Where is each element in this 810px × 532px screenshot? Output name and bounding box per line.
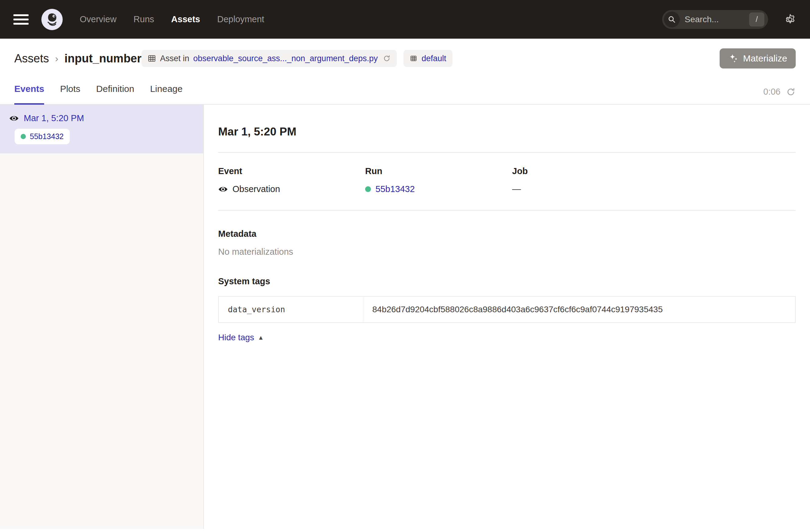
refresh-countdown: 0:06 [763,87,780,97]
job-empty-value: — [512,184,521,194]
nav-link-overview[interactable]: Overview [80,14,116,25]
slash-shortcut-key: / [749,13,764,27]
tag-key-cell: data_version [218,296,363,323]
asset-tabs: Events Plots Definition Lineage 0:06 [0,76,810,105]
divider [218,210,796,211]
hamburger-menu-icon[interactable] [13,13,31,26]
event-list-item[interactable]: Mar 1, 5:20 PM 55b13432 [0,105,203,154]
tab-lineage[interactable]: Lineage [150,76,182,105]
system-tags-table: data_version 84b26d7d9204cbf588026c8a988… [218,296,796,323]
tab-plots[interactable]: Plots [60,76,80,105]
event-title: Mar 1, 5:20 PM [218,125,796,138]
search-input[interactable] [685,15,749,25]
job-column-label: Job [512,166,659,176]
system-tags-heading: System tags [218,276,796,286]
event-column: Event Observation [218,166,365,194]
asset-definition-pill: Asset in observable_source_ass..._non_ar… [142,50,397,67]
observation-eye-icon [218,184,228,194]
run-column-label: Run [365,166,512,176]
reload-icon [383,54,391,62]
event-list-sidebar: Mar 1, 5:20 PM 55b13432 [0,105,204,529]
materialize-label: Materialize [743,53,787,64]
caret-up-icon: ▲ [258,334,264,341]
search-icon [664,12,680,27]
run-id-label: 55b13432 [30,132,64,141]
materialize-button[interactable]: Materialize [719,48,796,68]
event-column-label: Event [218,166,365,176]
breadcrumb-assets-link[interactable]: Assets [14,52,49,65]
job-column: Job — [512,166,659,194]
run-column: Run 55b13432 [365,166,512,194]
asset-in-label: Asset in [160,54,189,63]
octopus-logo-icon [45,12,59,27]
table-grid-icon [148,54,156,63]
run-success-dot [21,134,26,139]
run-success-dot [365,186,371,192]
top-nav: Overview Runs Assets Deployment / [0,0,810,39]
content-area: Mar 1, 5:20 PM 55b13432 Mar 1, 5:20 PM E… [0,105,810,529]
event-date-link: Mar 1, 5:20 PM [24,113,84,123]
breadcrumb-separator: › [55,53,59,64]
table-row: data_version 84b26d7d9204cbf588026c8a988… [218,296,795,323]
asset-group-pill: default [404,50,452,67]
event-detail-panel: Mar 1, 5:20 PM Event Observation Run [204,105,810,529]
dagster-logo[interactable] [42,9,63,30]
asset-group-icon [409,54,418,62]
nav-links: Overview Runs Assets Deployment [80,14,264,25]
breadcrumb: Assets › input_number [14,52,142,65]
run-id-chip[interactable]: 55b13432 [15,129,70,144]
nav-link-runs[interactable]: Runs [133,14,154,25]
settings-button[interactable] [784,13,797,26]
reload-definition-button[interactable] [383,54,391,62]
asset-file-link[interactable]: observable_source_ass..._non_argument_de… [193,54,378,63]
run-id-link[interactable]: 55b13432 [375,184,415,194]
tab-events[interactable]: Events [14,76,44,105]
divider [218,152,796,153]
hide-tags-link[interactable]: Hide tags ▲ [218,333,264,342]
metadata-heading: Metadata [218,229,796,239]
tab-definition[interactable]: Definition [96,76,134,105]
page-header: Assets › input_number Asset in observabl… [0,39,810,76]
metadata-empty-text: No materializations [218,247,796,257]
gear-icon [784,13,797,26]
tag-value-cell: 84b26d7d9204cbf588026c8a9886d403a6c9637c… [363,296,795,323]
nav-link-assets[interactable]: Assets [171,14,200,25]
group-default-link[interactable]: default [421,54,446,63]
refresh-button[interactable] [786,87,796,97]
event-type-value: Observation [232,184,280,194]
observation-eye-icon [9,114,19,123]
search-bar[interactable]: / [662,10,768,29]
page-title: input_number [65,52,142,65]
hide-tags-label: Hide tags [218,333,254,342]
nav-link-deployment[interactable]: Deployment [217,14,264,25]
refresh-icon [786,87,796,97]
sparkles-icon [728,53,739,64]
